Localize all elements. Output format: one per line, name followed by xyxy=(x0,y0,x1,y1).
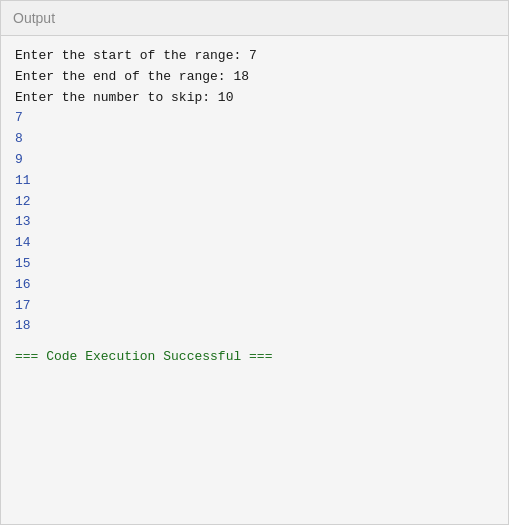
output-area: Enter the start of the range: 7 Enter th… xyxy=(1,36,508,524)
number-line-11: 18 xyxy=(15,316,494,337)
success-line: === Code Execution Successful === xyxy=(15,347,494,368)
number-line-3: 9 xyxy=(15,150,494,171)
number-line-9: 16 xyxy=(15,275,494,296)
number-line-7: 14 xyxy=(15,233,494,254)
number-line-1: 7 xyxy=(15,108,494,129)
number-line-10: 17 xyxy=(15,296,494,317)
number-line-4: 11 xyxy=(15,171,494,192)
number-line-6: 13 xyxy=(15,212,494,233)
title-bar: Output xyxy=(1,1,508,36)
output-window: Output Enter the start of the range: 7 E… xyxy=(0,0,509,525)
prompt-line-1: Enter the start of the range: 7 xyxy=(15,46,494,67)
prompt-line-3: Enter the number to skip: 10 xyxy=(15,88,494,109)
number-line-5: 12 xyxy=(15,192,494,213)
number-line-8: 15 xyxy=(15,254,494,275)
prompt-line-2: Enter the end of the range: 18 xyxy=(15,67,494,88)
number-line-2: 8 xyxy=(15,129,494,150)
title-bar-label: Output xyxy=(13,10,55,26)
